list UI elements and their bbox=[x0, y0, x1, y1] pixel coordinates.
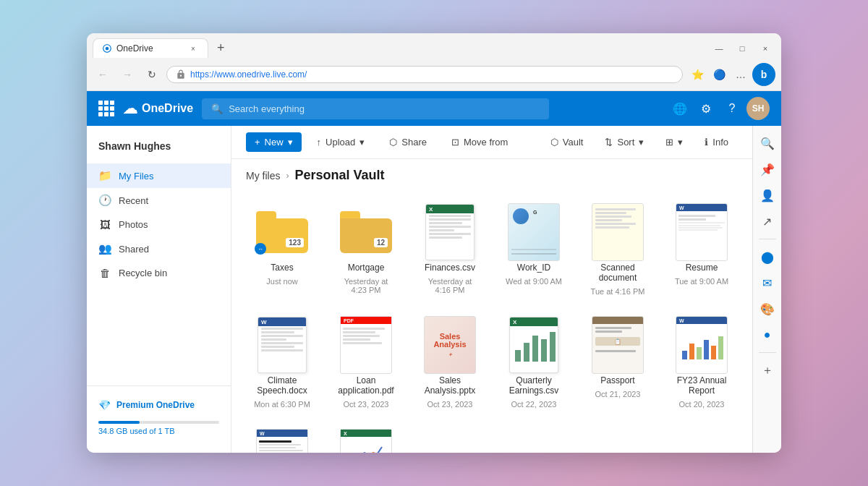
sidebar-item-recent[interactable]: 🕐 Recent bbox=[87, 188, 231, 213]
bing-mail-btn[interactable]: ✉ bbox=[756, 271, 779, 294]
refresh-btn[interactable]: ↻ bbox=[142, 64, 162, 85]
info-icon: ℹ bbox=[705, 137, 708, 148]
move-from-button[interactable]: ⊡ Move from bbox=[442, 132, 517, 153]
svg-rect-8 bbox=[704, 340, 709, 359]
tab-close-btn[interactable]: × bbox=[187, 43, 199, 54]
file-name-taxes: Taxes bbox=[271, 263, 293, 273]
file-thumb-invoice: W bbox=[253, 432, 311, 453]
id-doc-thumb: G bbox=[508, 203, 560, 261]
globe-btn[interactable]: 🌐 bbox=[668, 97, 692, 120]
settings-btn[interactable]: ⚙ bbox=[694, 97, 718, 120]
browser-tab-active[interactable]: OneDrive × bbox=[93, 38, 208, 58]
file-item-resume[interactable]: W bbox=[665, 200, 738, 302]
folder-icon-taxes: 123 ↔ bbox=[256, 211, 308, 253]
back-btn[interactable]: ← bbox=[93, 64, 113, 85]
file-date-passport: Oct 21, 2023 bbox=[595, 390, 641, 398]
bing-blue-circle-btn[interactable]: ● bbox=[756, 323, 779, 346]
premium-icon: 💎 bbox=[98, 399, 111, 411]
ext-icon-more[interactable]: … bbox=[731, 64, 751, 85]
sidebar-item-recycle[interactable]: 🗑 Recycle bin bbox=[87, 261, 231, 285]
sidebar-item-shared[interactable]: 👥 Shared bbox=[87, 236, 231, 261]
search-bar[interactable]: 🔍 Search everything bbox=[202, 98, 549, 119]
file-name-climate: Climate Speech.docx bbox=[252, 375, 312, 396]
upload-chevron: ▾ bbox=[359, 137, 365, 148]
onedrive-logo[interactable]: ☁ OneDrive bbox=[123, 100, 193, 117]
file-item-sales[interactable]: Sales Analysis ✦ Sales Analysis.pptx Oct… bbox=[414, 313, 486, 414]
ext-icon-2[interactable]: 🔵 bbox=[709, 64, 729, 85]
bing-arrow-btn[interactable]: ↗ bbox=[756, 210, 779, 233]
file-item-quarterly[interactable]: X bbox=[498, 313, 570, 414]
resume-doc-thumb: W bbox=[676, 203, 728, 261]
browser-window: OneDrive × + — □ × ← → ↻ https://www.one… bbox=[87, 33, 781, 453]
window-maximize-btn[interactable]: □ bbox=[732, 38, 752, 59]
share-button[interactable]: ⬡ Share bbox=[380, 132, 436, 153]
file-item-loan[interactable]: PDF bbox=[330, 313, 402, 414]
address-bar[interactable]: https://www.onedrive.live.com/ bbox=[166, 66, 683, 83]
folder-icon: 📁 bbox=[98, 169, 111, 182]
waffle-icon[interactable] bbox=[98, 101, 114, 116]
files-grid: 123 ↔ Taxes Just now bbox=[231, 189, 752, 453]
file-item-work-id[interactable]: G Work_ID Wed at 9:00 AM bbox=[498, 200, 570, 302]
file-thumb-climate: W bbox=[253, 319, 311, 371]
vault-icon: ⬡ bbox=[550, 137, 558, 148]
file-item-mortgage[interactable]: 12 Mortgage Yesterday at 4:23 PM bbox=[330, 200, 402, 302]
premium-badge[interactable]: 💎 Premium OneDrive bbox=[98, 395, 219, 415]
ext-icon-1[interactable]: ⭐ bbox=[687, 64, 707, 85]
svg-rect-1 bbox=[524, 343, 529, 362]
file-item-emp-engagement[interactable]: X Emp_Eng bbox=[330, 426, 402, 453]
pdf-doc-thumb: PDF bbox=[340, 316, 392, 374]
tab-title: OneDrive bbox=[116, 43, 153, 54]
file-item-scanned[interactable]: Scanned document Tue at 4:16 PM bbox=[582, 200, 654, 302]
forward-btn[interactable]: → bbox=[117, 64, 137, 85]
file-date-resume: Tue at 9:00 AM bbox=[675, 277, 728, 286]
bing-search-btn[interactable]: 🔍 bbox=[756, 132, 779, 155]
upload-button[interactable]: ↑ Upload ▾ bbox=[307, 132, 375, 153]
window-minimize-btn[interactable]: — bbox=[709, 38, 729, 59]
bing-add-btn[interactable]: ＋ bbox=[756, 359, 779, 382]
file-item-climate-speech[interactable]: W bbox=[246, 313, 318, 414]
file-name-loan: Loan application.pdf bbox=[336, 375, 396, 396]
toolbar-right: ⬡ Vault ⇅ Sort ▾ ⊞ ▾ bbox=[541, 132, 738, 153]
new-tab-button[interactable]: + bbox=[211, 38, 231, 59]
file-item-passport[interactable]: 📋 Passport Oct 21, 2023 bbox=[582, 313, 654, 414]
scan-doc-thumb bbox=[592, 203, 644, 261]
bing-design-btn[interactable]: 🎨 bbox=[756, 297, 779, 320]
svg-rect-6 bbox=[689, 344, 694, 359]
clock-icon: 🕐 bbox=[98, 194, 111, 207]
user-avatar[interactable]: SH bbox=[746, 97, 770, 120]
sidebar-label-recycle: Recycle bin bbox=[119, 268, 167, 278]
svg-rect-7 bbox=[697, 347, 702, 359]
bing-pin-btn[interactable]: 📌 bbox=[756, 158, 779, 181]
new-button[interactable]: + New ▾ bbox=[246, 132, 302, 152]
new-icon: + bbox=[255, 137, 260, 148]
view-toggle-button[interactable]: ⊞ ▾ bbox=[656, 132, 692, 153]
bing-icon[interactable]: b bbox=[752, 63, 775, 86]
share-icon: ⬡ bbox=[389, 137, 397, 148]
storage-text: 34.8 GB used of 1 TB bbox=[98, 427, 219, 435]
breadcrumb-parent[interactable]: My files bbox=[246, 170, 280, 182]
file-name-mortgage: Mortgage bbox=[348, 263, 385, 273]
breadcrumb-separator: › bbox=[286, 171, 289, 181]
vault-button[interactable]: ⬡ Vault bbox=[541, 132, 593, 153]
sidebar-item-my-files[interactable]: 📁 My Files bbox=[87, 163, 231, 188]
sort-icon: ⇅ bbox=[605, 137, 613, 148]
bing-circle-btn[interactable]: ⬤ bbox=[756, 245, 779, 268]
file-thumb-taxes: 123 ↔ bbox=[253, 206, 311, 258]
trash-icon: 🗑 bbox=[98, 267, 111, 279]
lock-icon bbox=[176, 69, 186, 80]
file-item-invoice[interactable]: W bbox=[246, 426, 318, 453]
file-name-scanned: Scanned document bbox=[587, 263, 648, 283]
photos-icon: 🖼 bbox=[98, 218, 111, 231]
info-button[interactable]: ℹ Info bbox=[695, 132, 738, 153]
file-item-taxes[interactable]: 123 ↔ Taxes Just now bbox=[246, 200, 318, 302]
window-close-btn[interactable]: × bbox=[755, 38, 775, 59]
view-chevron: ▾ bbox=[678, 137, 683, 148]
sidebar-item-photos[interactable]: 🖼 Photos bbox=[87, 213, 231, 236]
file-item-finances-csv[interactable]: X bbox=[414, 200, 486, 302]
bing-user-btn[interactable]: 👤 bbox=[756, 184, 779, 207]
emp-doc-thumb: X bbox=[340, 429, 392, 453]
help-btn[interactable]: ? bbox=[720, 97, 744, 120]
file-date-loan: Oct 23, 2023 bbox=[344, 400, 389, 409]
file-item-annual-report[interactable]: W bbox=[665, 313, 738, 414]
sort-button[interactable]: ⇅ Sort ▾ bbox=[595, 132, 653, 153]
